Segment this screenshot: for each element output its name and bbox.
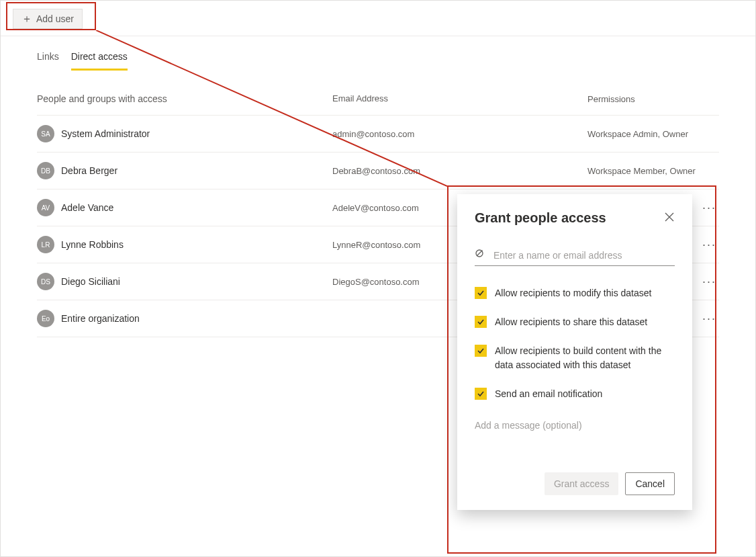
option-allow-modify: Allow recipients to modify this dataset: [475, 286, 675, 300]
col-header-permissions: Permissions: [587, 93, 719, 104]
panel-title: Grant people access: [475, 210, 606, 226]
add-user-label: Add user: [36, 13, 74, 24]
user-permissions: Workspace Member, Owner: [587, 166, 696, 176]
avatar: DS: [37, 273, 54, 290]
user-name: Debra Berger: [61, 165, 117, 176]
col-header-people: People and groups with access: [37, 93, 332, 104]
plus-icon: ＋: [21, 13, 32, 24]
user-email: DebraB@contoso.com: [332, 166, 587, 176]
col-header-email: Email Address: [332, 93, 587, 104]
add-user-button[interactable]: ＋ Add user: [13, 9, 83, 29]
name-input-row: [475, 249, 675, 266]
option-label: Allow recipients to build content with t…: [495, 344, 675, 372]
more-icon[interactable]: ···: [702, 312, 719, 326]
avatar: Eo: [37, 310, 54, 327]
tab-links[interactable]: Links: [37, 51, 59, 71]
option-send-email: Send an email notification: [475, 387, 675, 401]
grant-access-button[interactable]: Grant access: [545, 472, 618, 495]
avatar: DB: [37, 162, 54, 179]
avatar: AV: [37, 199, 54, 216]
user-permissions: Workspace Admin, Owner: [587, 129, 688, 139]
table-row: DB Debra Berger DebraB@contoso.com Works…: [37, 153, 719, 189]
option-label: Allow recipients to modify this dataset: [495, 286, 651, 300]
table-header: People and groups with access Email Addr…: [37, 93, 719, 116]
more-icon[interactable]: ···: [702, 275, 719, 289]
user-name: Entire organization: [61, 313, 140, 324]
option-allow-build: Allow recipients to build content with t…: [475, 344, 675, 372]
option-label: Allow recipients to share this dataset: [495, 315, 647, 329]
message-textarea[interactable]: Add a message (optional): [475, 420, 675, 458]
cancel-button[interactable]: Cancel: [625, 472, 675, 495]
svg-line-2: [477, 251, 483, 257]
user-name: System Administrator: [61, 128, 150, 139]
tab-direct-access[interactable]: Direct access: [71, 51, 128, 71]
more-icon[interactable]: ···: [702, 201, 719, 215]
user-name: Diego Siciliani: [61, 276, 120, 287]
tabs: Links Direct access: [1, 36, 755, 71]
user-name: Adele Vance: [61, 202, 113, 213]
more-icon[interactable]: ···: [702, 238, 719, 252]
avatar: LR: [37, 236, 54, 253]
option-allow-share: Allow recipients to share this dataset: [475, 315, 675, 329]
close-icon[interactable]: [664, 212, 675, 224]
avatar: SA: [37, 125, 54, 142]
checkbox[interactable]: [475, 388, 487, 400]
option-label: Send an email notification: [495, 387, 602, 401]
user-name: Lynne Robbins: [61, 239, 124, 250]
name-email-input[interactable]: [492, 249, 675, 261]
user-email: admin@contoso.com: [332, 129, 587, 139]
grant-access-panel: Grant people access Allow recipients to …: [457, 194, 692, 510]
search-icon: [475, 249, 485, 261]
checkbox[interactable]: [475, 345, 487, 357]
checkbox[interactable]: [475, 316, 487, 328]
checkbox[interactable]: [475, 287, 487, 299]
table-row: SA System Administrator admin@contoso.co…: [37, 116, 719, 153]
